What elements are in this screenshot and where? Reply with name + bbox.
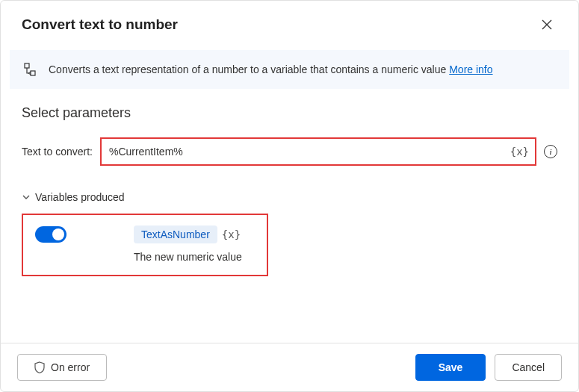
- close-icon: [541, 19, 553, 31]
- text-to-convert-label: Text to convert:: [22, 146, 93, 158]
- close-button[interactable]: [536, 14, 557, 35]
- variable-description: The new numeric value: [134, 251, 255, 263]
- save-button[interactable]: Save: [415, 354, 486, 381]
- text-to-convert-input[interactable]: [109, 146, 508, 158]
- cancel-button[interactable]: Cancel: [495, 354, 562, 381]
- variable-toggle[interactable]: [35, 226, 66, 243]
- section-title: Select parameters: [22, 105, 557, 121]
- svg-rect-1: [31, 71, 35, 75]
- more-info-link[interactable]: More info: [449, 63, 492, 75]
- variables-produced-label: Variables produced: [35, 191, 125, 203]
- toggle-knob: [52, 228, 64, 240]
- variable-name-chip[interactable]: TextAsNumber: [134, 225, 217, 243]
- banner-text: Converts a text representation of a numb…: [49, 63, 493, 75]
- banner-description: Converts a text representation of a numb…: [49, 63, 449, 75]
- variable-picker-icon[interactable]: {x}: [510, 146, 529, 158]
- info-banner: Converts a text representation of a numb…: [10, 50, 569, 89]
- variables-produced-toggle[interactable]: Variables produced: [22, 191, 557, 203]
- variables-produced-box: TextAsNumber {x} The new numeric value: [22, 214, 268, 276]
- on-error-button[interactable]: On error: [17, 354, 107, 381]
- action-icon: [23, 62, 38, 77]
- svg-rect-0: [25, 63, 29, 68]
- chevron-down-icon: [22, 193, 31, 202]
- shield-icon: [34, 361, 45, 373]
- dialog-title: Convert text to number: [22, 16, 178, 33]
- on-error-label: On error: [51, 361, 90, 373]
- info-icon[interactable]: i: [544, 145, 557, 158]
- text-to-convert-field-wrap: {x}: [100, 137, 536, 166]
- variable-edit-icon[interactable]: {x}: [222, 228, 241, 240]
